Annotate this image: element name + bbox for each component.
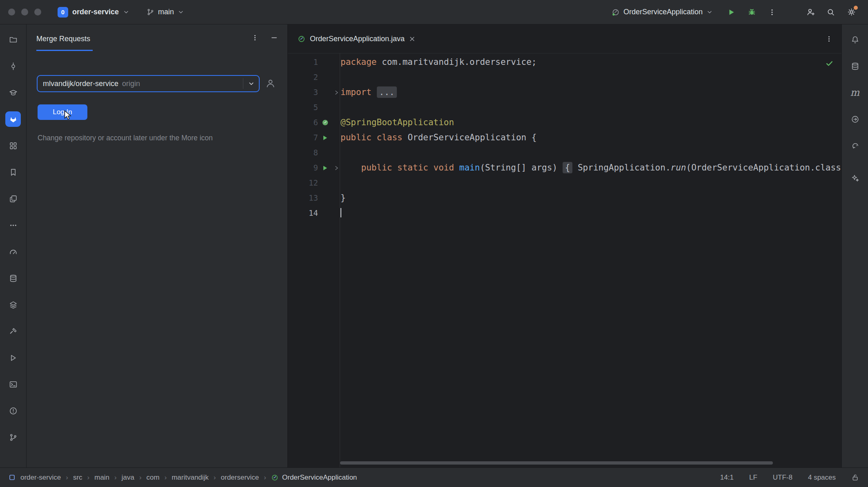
database-changes-tool-button[interactable]	[5, 270, 21, 286]
panel-options-button[interactable]	[251, 34, 258, 41]
branch-widget[interactable]: main	[143, 5, 187, 19]
editor-tab[interactable]: OrderServiceApplication.java	[288, 24, 423, 53]
notifications-tool-button[interactable]	[847, 32, 863, 47]
line-number[interactable]: 8	[288, 145, 318, 160]
database-tool-button[interactable]	[847, 58, 863, 74]
repository-select-arrow[interactable]	[243, 78, 259, 89]
debug-button[interactable]	[743, 4, 760, 21]
profiler-tool-button[interactable]	[5, 244, 21, 259]
account-icon[interactable]	[265, 78, 276, 89]
run-configuration-widget[interactable]: OrderServiceApplication	[608, 5, 716, 19]
gutter-slot	[318, 145, 332, 160]
line-number[interactable]: 9	[288, 160, 318, 175]
fold-slot	[332, 100, 341, 115]
settings-button[interactable]	[843, 4, 860, 21]
line-number[interactable]: 14	[288, 206, 318, 221]
code-line: 2	[288, 70, 841, 85]
run-button[interactable]	[723, 4, 740, 21]
hide-panel-button[interactable]	[271, 34, 278, 41]
window-close-button[interactable]	[8, 9, 15, 15]
run-gutter-icon[interactable]	[318, 130, 332, 145]
line-number[interactable]: 6	[288, 115, 318, 130]
code-view[interactable]: 1package com.maritvandijk.orderservice;2…	[288, 53, 841, 221]
gutter-slot	[318, 206, 332, 221]
bookmarks-tool-button[interactable]	[5, 164, 21, 180]
line-number[interactable]: 13	[288, 190, 318, 206]
code-text[interactable]	[341, 175, 841, 190]
mouse-cursor	[63, 110, 73, 120]
breadcrumb-item[interactable]: com	[147, 474, 160, 482]
endpoints-tool-button[interactable]	[847, 111, 863, 127]
breadcrumb-item[interactable]: java	[122, 474, 134, 482]
project-widget[interactable]: 0 order-service	[54, 4, 133, 20]
fold-slot	[332, 175, 341, 190]
gutter-slot	[318, 70, 332, 85]
project-tool-button[interactable]	[5, 32, 21, 47]
caret-position[interactable]: 14:1	[720, 474, 734, 482]
line-number[interactable]: 3	[288, 85, 318, 100]
commit-tool-button[interactable]	[5, 58, 21, 74]
fold-arrow-icon[interactable]	[332, 160, 341, 175]
code-text[interactable]: @SpringBootApplication	[341, 115, 841, 130]
code-text[interactable]: public static void main(String[] args) {…	[341, 160, 841, 175]
services-tool-button[interactable]	[5, 297, 21, 312]
breadcrumb-item[interactable]: main	[94, 474, 109, 482]
ai-assistant-tool-button[interactable]	[847, 170, 863, 186]
editor-options-button[interactable]	[826, 35, 832, 42]
text-caret	[341, 208, 341, 217]
breadcrumb-item[interactable]: src	[73, 474, 82, 482]
run-tool-button[interactable]	[5, 350, 21, 365]
code-text[interactable]: package com.maritvandijk.orderservice;	[341, 55, 841, 70]
run-gutter-icon[interactable]	[318, 160, 332, 175]
structure-tool-button[interactable]	[5, 138, 21, 153]
fold-arrow-icon[interactable]	[332, 85, 341, 100]
gradle-tool-button[interactable]	[847, 138, 863, 153]
file-encoding[interactable]: UTF-8	[773, 474, 792, 482]
window-minimize-button[interactable]	[21, 9, 28, 15]
code-text[interactable]	[341, 70, 841, 85]
fold-slot	[332, 206, 341, 221]
unlock-icon[interactable]	[851, 474, 859, 481]
bell-icon	[851, 35, 859, 44]
repository-select[interactable]: mlvandijk/order-service origin	[37, 75, 260, 92]
breadcrumb-item[interactable]: maritvandijk	[171, 474, 209, 482]
terminal-tool-button[interactable]	[5, 376, 21, 392]
maven-tool-button[interactable]: m	[847, 85, 863, 100]
line-number[interactable]: 1	[288, 55, 318, 70]
build-tool-button[interactable]	[5, 323, 21, 339]
line-number[interactable]: 12	[288, 175, 318, 190]
code-text[interactable]: public class OrderServiceApplication {	[341, 130, 841, 145]
endpoints-icon	[851, 115, 859, 124]
breadcrumb-item[interactable]: OrderServiceApplication	[282, 474, 357, 482]
code-with-me-button[interactable]	[802, 4, 819, 21]
search-everywhere-button[interactable]	[822, 4, 839, 21]
login-button[interactable]: Log In	[38, 104, 87, 120]
more-tools-button[interactable]	[5, 217, 21, 233]
indent-size[interactable]: 4 spaces	[808, 474, 836, 482]
breadcrumb-item[interactable]: order-service	[20, 474, 61, 482]
problems-tool-button[interactable]	[5, 403, 21, 418]
inspections-ok-icon[interactable]	[826, 60, 833, 67]
code-text[interactable]	[341, 206, 841, 221]
version-control-tool-button[interactable]	[5, 429, 21, 445]
line-separator[interactable]: LF	[749, 474, 757, 482]
code-text[interactable]: import ...	[341, 85, 841, 100]
close-tab-icon[interactable]	[409, 36, 415, 42]
play-icon	[727, 8, 735, 16]
line-number[interactable]: 7	[288, 130, 318, 145]
spring-gutter-icon[interactable]	[318, 115, 332, 130]
line-number[interactable]: 2	[288, 70, 318, 85]
horizontal-scrollbar[interactable]	[340, 461, 773, 465]
line-number[interactable]: 5	[288, 100, 318, 115]
breadcrumb-item[interactable]: orderservice	[221, 474, 259, 482]
window-zoom-button[interactable]	[34, 9, 41, 15]
more-actions-button[interactable]	[763, 4, 781, 21]
code-text[interactable]	[341, 100, 841, 115]
panel-title-tab[interactable]: Merge Requests	[36, 24, 93, 51]
code-line: 13}	[288, 190, 841, 206]
code-text[interactable]: }	[341, 190, 841, 206]
merge-requests-tool-button[interactable]	[5, 111, 21, 127]
learn-tool-button[interactable]	[5, 85, 21, 100]
code-text[interactable]	[341, 145, 841, 160]
recent-files-tool-button[interactable]	[5, 191, 21, 206]
